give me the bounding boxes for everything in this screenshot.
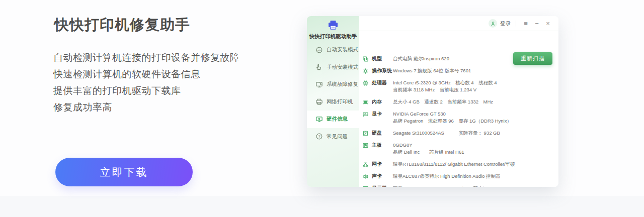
network-icon bbox=[362, 161, 369, 168]
page-title: 快快打印机修复助手 bbox=[54, 15, 190, 35]
sidebar-item-system-repair[interactable]: 系统故障修复 bbox=[307, 76, 359, 93]
close-icon[interactable]: × bbox=[543, 16, 552, 31]
svg-text:?: ? bbox=[318, 134, 320, 139]
sidebar-item-label: 手动安装模式 bbox=[327, 64, 358, 71]
sidebar-item-label: 网络打印机 bbox=[327, 98, 353, 105]
hw-row-os: 操作系统 Windows 7 旗舰版 64位 版本号 7601 bbox=[362, 67, 508, 74]
printer-logo-icon bbox=[328, 20, 339, 30]
pc-icon bbox=[362, 56, 369, 62]
sidebar-item-label: 自动安装模式 bbox=[327, 46, 358, 53]
gear-icon bbox=[362, 68, 369, 74]
hw-row-gpu: 显卡 NVIDIA GeForce GT 530品牌 Pegatron 流处理器… bbox=[362, 111, 508, 125]
hw-row-motherboard: 主板 0GDG8Y品牌 Dell Inc 芯片组 Intel H61 bbox=[362, 142, 508, 156]
hardware-rows: 机型 台式电脑 戴尔Inspiron 620 操作系统 Windows 7 旗舰… bbox=[362, 55, 508, 187]
sidebar-header: 快快打印机驱动助手 bbox=[307, 20, 359, 40]
sidebar-item-label: 硬件信息 bbox=[327, 116, 348, 123]
feature-line: 快速检测计算机的软硬件设备信息 bbox=[53, 66, 240, 82]
sidebar-item-faq[interactable]: ? 常见问题 bbox=[307, 128, 359, 146]
sidebar-item-manual-install[interactable]: 手动安装模式 bbox=[307, 59, 359, 76]
motherboard-icon bbox=[362, 142, 369, 149]
svg-text:auto: auto bbox=[317, 49, 321, 51]
sidebar-item-network-printer[interactable]: 网络打印机 bbox=[307, 93, 359, 111]
sidebar-item-hardware-info[interactable]: 硬件信息 bbox=[307, 111, 359, 128]
hw-row-sound: 声卡 瑞昱ALC887@英特尔 High Definition Audio 控制… bbox=[362, 173, 508, 180]
auto-mode-icon: auto bbox=[315, 46, 323, 54]
monitor-signal-icon bbox=[315, 116, 323, 123]
titlebar-divider bbox=[516, 21, 516, 27]
hw-row-cpu: 处理器 Intel Core i5-2320 @ 3GHz 核心数 4 线程数 … bbox=[362, 79, 508, 93]
hw-row-display: 显示器 明基BNQ78CD BenQ GW2255（21.5英寸） bbox=[362, 185, 508, 187]
sidebar: 快快打印机驱动助手 auto 自动安装模式 手动安装模式 bbox=[307, 16, 359, 187]
gpu-icon bbox=[362, 111, 369, 118]
screen-repair-icon bbox=[315, 81, 323, 88]
sidebar-item-auto-install[interactable]: auto 自动安装模式 bbox=[307, 41, 359, 59]
sidebar-menu: auto 自动安装模式 手动安装模式 bbox=[307, 41, 359, 145]
cpu-icon bbox=[362, 80, 369, 86]
feature-list: 自动检测计算机连接的打印设备并修复故障 快速检测计算机的软硬件设备信息 提供丰富… bbox=[53, 49, 240, 116]
question-icon: ? bbox=[315, 133, 323, 140]
menu-icon[interactable]: ≡ bbox=[521, 16, 530, 31]
disk-icon bbox=[362, 130, 369, 137]
memory-icon bbox=[362, 99, 369, 105]
rescan-button[interactable]: 重新扫描 bbox=[513, 52, 552, 65]
page-section-divider bbox=[0, 196, 644, 217]
hardware-info-panel: 重新扫描 机型 台式电脑 戴尔Inspiron 620 bbox=[359, 31, 558, 187]
hand-pointer-icon bbox=[315, 63, 323, 71]
titlebar: 登录 ≡ − × bbox=[359, 16, 558, 31]
hw-row-disk: 硬盘 Seagate St31000524AS 实际容量： 932 GB bbox=[362, 130, 508, 137]
feature-line: 自动检测计算机连接的打印设备并修复故障 bbox=[53, 49, 240, 66]
minimize-icon[interactable]: − bbox=[532, 16, 541, 31]
login-label: 登录 bbox=[500, 20, 511, 27]
sidebar-item-label: 系统故障修复 bbox=[327, 81, 358, 88]
user-avatar-icon bbox=[489, 19, 497, 28]
monitor-icon bbox=[362, 185, 369, 187]
feature-line: 修复成功率高 bbox=[53, 99, 240, 116]
hw-row-model: 机型 台式电脑 戴尔Inspiron 620 bbox=[362, 55, 508, 62]
sidebar-item-label: 常见问题 bbox=[327, 133, 348, 140]
app-name: 快快打印机驱动助手 bbox=[307, 33, 359, 40]
login-button[interactable]: 登录 bbox=[489, 19, 511, 28]
speaker-icon bbox=[362, 173, 369, 180]
hw-row-network: 网卡 瑞昱RTL8168/8111/8112/ Gigabit Ethernet… bbox=[362, 161, 508, 168]
app-window: 快快打印机驱动助手 auto 自动安装模式 手动安装模式 bbox=[307, 16, 558, 187]
printer-icon bbox=[315, 98, 323, 105]
download-button[interactable]: 立即下载 bbox=[55, 158, 193, 186]
feature-line: 提供丰富的打印机驱动下载库 bbox=[53, 82, 240, 99]
hw-row-memory: 内存 总大小 4 GB 通道数 2 当前频率 1332 MHz bbox=[362, 98, 508, 105]
